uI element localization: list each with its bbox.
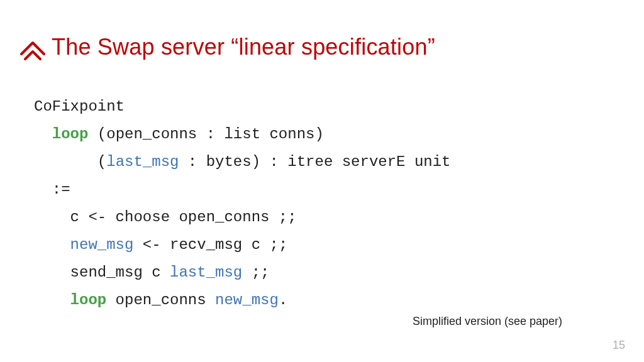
slide-title: The Swap server “linear specification” <box>52 34 435 60</box>
code-line-3-pre: ( <box>97 153 106 170</box>
var-new-msg: new_msg <box>70 236 134 253</box>
code-line-5: c <- choose open_conns ;; <box>70 209 297 226</box>
code-line-6-rest: <- recv_msg c ;; <box>133 236 287 253</box>
code-line-7-post: ;; <box>242 264 269 281</box>
var-last-msg: last_msg <box>106 153 179 170</box>
code-block: CoFixpoint loop (open_conns : list conns… <box>34 93 451 314</box>
code-line-3-rest: : bytes) : itree serverE unit <box>179 153 450 170</box>
footnote: Simplified version (see paper) <box>413 315 562 328</box>
var-new-msg-2: new_msg <box>215 292 279 309</box>
code-line-2-rest: (open_conns : list conns) <box>88 126 323 143</box>
page-number: 15 <box>613 339 625 352</box>
keyword-loop-2: loop <box>70 292 107 309</box>
code-line-1: CoFixpoint <box>34 98 125 115</box>
code-line-8-end: . <box>279 292 287 309</box>
code-line-7-pre: send_msg c <box>70 264 170 281</box>
upenn-shield-logo-icon <box>19 35 47 63</box>
keyword-loop: loop <box>52 126 89 143</box>
slide: The Swap server “linear specification” C… <box>0 0 644 362</box>
code-line-4: := <box>52 181 70 198</box>
var-last-msg-2: last_msg <box>170 264 242 281</box>
code-line-8-mid: open_conns <box>106 292 215 309</box>
